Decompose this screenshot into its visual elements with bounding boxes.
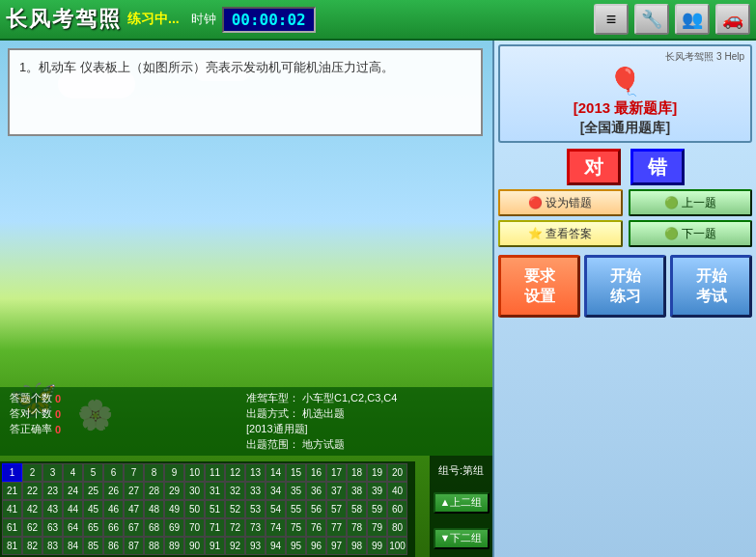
grid-cell-2[interactable]: 2 [22,463,42,482]
grid-cell-43[interactable]: 43 [42,500,63,518]
wrench-icon-btn[interactable]: 🔧 [634,4,669,35]
grid-cell-8[interactable]: 8 [144,463,164,482]
grid-cell-26[interactable]: 26 [103,482,124,500]
grid-cell-14[interactable]: 14 [266,463,286,482]
grid-cell-31[interactable]: 31 [205,482,225,500]
grid-cell-63[interactable]: 63 [42,518,63,537]
grid-cell-18[interactable]: 18 [347,463,367,482]
grid-cell-64[interactable]: 64 [63,518,83,537]
list-icon-btn[interactable]: ≡ [594,4,629,35]
grid-cell-99[interactable]: 99 [367,537,387,555]
grid-cell-83[interactable]: 83 [42,537,63,555]
grid-cell-85[interactable]: 85 [83,537,103,555]
grid-cell-19[interactable]: 19 [367,463,387,482]
wrong-answer-btn[interactable]: 错 [630,149,685,185]
grid-cell-94[interactable]: 94 [266,537,286,555]
start-exam-btn[interactable]: 开始 考试 [670,255,752,318]
grid-cell-87[interactable]: 87 [124,537,144,555]
grid-cell-7[interactable]: 7 [124,463,144,482]
grid-cell-36[interactable]: 36 [306,482,326,500]
grid-cell-39[interactable]: 39 [367,482,387,500]
grid-cell-97[interactable]: 97 [326,537,347,555]
grid-cell-4[interactable]: 4 [63,463,83,482]
grid-cell-45[interactable]: 45 [83,500,103,518]
grid-cell-57[interactable]: 57 [326,500,347,518]
grid-cell-25[interactable]: 25 [83,482,103,500]
grid-cell-54[interactable]: 54 [266,500,286,518]
grid-cell-29[interactable]: 29 [164,482,184,500]
grid-cell-69[interactable]: 69 [164,518,184,537]
grid-cell-27[interactable]: 27 [124,482,144,500]
grid-cell-13[interactable]: 13 [245,463,266,482]
settings-btn[interactable]: 要求 设置 [498,255,580,318]
grid-cell-48[interactable]: 48 [144,500,164,518]
grid-cell-91[interactable]: 91 [205,537,225,555]
grid-cell-16[interactable]: 16 [306,463,326,482]
grid-cell-80[interactable]: 80 [387,518,407,537]
grid-cell-6[interactable]: 6 [103,463,124,482]
grid-cell-100[interactable]: 100 [387,537,407,555]
grid-cell-52[interactable]: 52 [225,500,245,518]
grid-cell-42[interactable]: 42 [22,500,42,518]
grid-cell-38[interactable]: 38 [347,482,367,500]
grid-cell-20[interactable]: 20 [387,463,407,482]
grid-cell-21[interactable]: 21 [2,482,22,500]
grid-cell-51[interactable]: 51 [205,500,225,518]
grid-cell-89[interactable]: 89 [164,537,184,555]
grid-cell-78[interactable]: 78 [347,518,367,537]
grid-cell-9[interactable]: 9 [164,463,184,482]
car-icon-btn[interactable]: 🚗 [715,4,750,35]
grid-cell-23[interactable]: 23 [42,482,63,500]
grid-cell-81[interactable]: 81 [2,537,22,555]
grid-cell-96[interactable]: 96 [306,537,326,555]
grid-cell-79[interactable]: 79 [367,518,387,537]
grid-cell-58[interactable]: 58 [347,500,367,518]
grid-cell-5[interactable]: 5 [83,463,103,482]
grid-cell-61[interactable]: 61 [2,518,22,537]
grid-cell-86[interactable]: 86 [103,537,124,555]
grid-cell-50[interactable]: 50 [184,500,205,518]
grid-cell-1[interactable]: 1 [2,463,22,482]
set-error-btn[interactable]: 🔴 设为错题 [498,189,623,216]
grid-cell-47[interactable]: 47 [124,500,144,518]
grid-cell-49[interactable]: 49 [164,500,184,518]
grid-cell-66[interactable]: 66 [103,518,124,537]
grid-cell-95[interactable]: 95 [286,537,306,555]
grid-cell-11[interactable]: 11 [205,463,225,482]
grid-cell-90[interactable]: 90 [184,537,205,555]
grid-cell-56[interactable]: 56 [306,500,326,518]
grid-cell-73[interactable]: 73 [245,518,266,537]
grid-cell-46[interactable]: 46 [103,500,124,518]
grid-cell-53[interactable]: 53 [245,500,266,518]
view-answer-btn[interactable]: ⭐ 查看答案 [498,220,623,247]
grid-cell-30[interactable]: 30 [184,482,205,500]
grid-cell-71[interactable]: 71 [205,518,225,537]
grid-cell-70[interactable]: 70 [184,518,205,537]
grid-cell-75[interactable]: 75 [286,518,306,537]
grid-cell-77[interactable]: 77 [326,518,347,537]
grid-cell-88[interactable]: 88 [144,537,164,555]
grid-cell-37[interactable]: 37 [326,482,347,500]
people-icon-btn[interactable]: 👥 [675,4,710,35]
grid-cell-28[interactable]: 28 [144,482,164,500]
grid-cell-68[interactable]: 68 [144,518,164,537]
grid-cell-72[interactable]: 72 [225,518,245,537]
grid-cell-12[interactable]: 12 [225,463,245,482]
grid-cell-44[interactable]: 44 [63,500,83,518]
grid-cell-35[interactable]: 35 [286,482,306,500]
correct-answer-btn[interactable]: 对 [567,149,621,185]
grid-cell-93[interactable]: 93 [245,537,266,555]
grid-cell-33[interactable]: 33 [245,482,266,500]
grid-cell-62[interactable]: 62 [22,518,42,537]
prev-group-btn[interactable]: ▲上二组 [434,492,490,514]
grid-cell-98[interactable]: 98 [347,537,367,555]
grid-cell-10[interactable]: 10 [184,463,205,482]
start-practice-btn[interactable]: 开始 练习 [584,255,666,318]
grid-cell-65[interactable]: 65 [83,518,103,537]
grid-cell-34[interactable]: 34 [266,482,286,500]
grid-cell-74[interactable]: 74 [266,518,286,537]
grid-cell-3[interactable]: 3 [42,463,63,482]
grid-cell-55[interactable]: 55 [286,500,306,518]
prev-question-btn[interactable]: 🟢 上一题 [629,189,753,216]
grid-cell-17[interactable]: 17 [326,463,347,482]
